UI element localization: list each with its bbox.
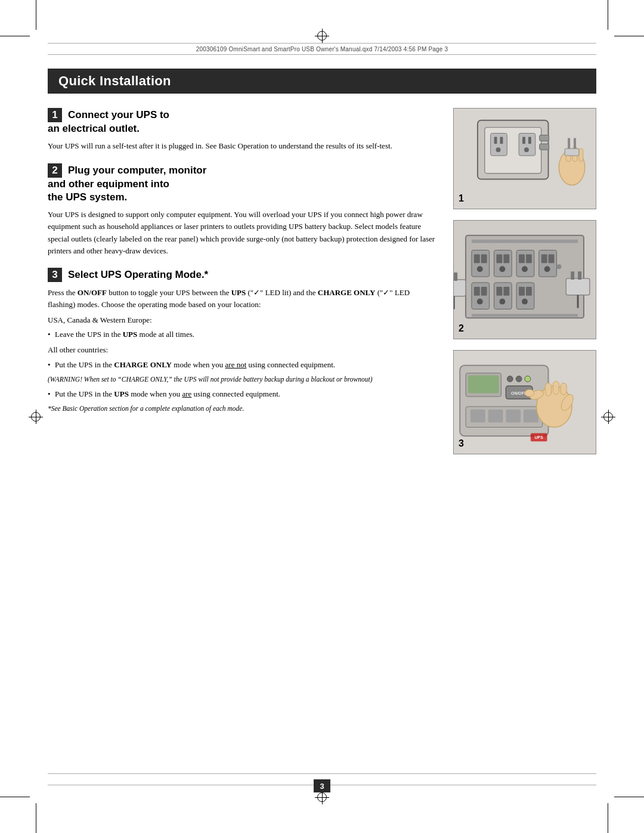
crop-mark <box>0 36 30 36</box>
crop-mark <box>608 0 608 30</box>
crop-mark <box>614 797 644 797</box>
svg-rect-24 <box>474 254 480 263</box>
ups-label: UPS <box>231 288 246 297</box>
other-bullet-item-2: Put the UPS in the UPS mode when you are… <box>48 388 436 400</box>
svg-rect-57 <box>566 278 590 295</box>
section1-body: Your UPS will run a self-test after it i… <box>48 140 436 152</box>
svg-rect-33 <box>526 254 532 263</box>
usa-bullet-item: Leave the UPS in the UPS mode at all tim… <box>48 329 436 340</box>
svg-rect-3 <box>491 134 507 156</box>
are-not-text: are not <box>225 360 247 369</box>
svg-rect-71 <box>470 410 485 423</box>
are-text: are <box>182 389 191 398</box>
page: 200306109 OmniSmart and SmartPro USB Own… <box>0 0 644 833</box>
left-column: 1 Connect your UPS to an electrical outl… <box>48 108 436 454</box>
crop-mark <box>614 36 644 36</box>
other-bullet-list-2: Put the UPS in the UPS mode when you are… <box>48 388 436 400</box>
charge-only-label: CHARGE ONLY <box>318 288 376 297</box>
svg-rect-80 <box>561 383 566 395</box>
main-content: Quick Installation 1 Connect your UPS to… <box>48 69 596 773</box>
svg-rect-78 <box>546 383 552 396</box>
other-bullet-item-1: Put the UPS in the CHARGE ONLY mode when… <box>48 359 436 371</box>
registration-mark-right <box>601 410 615 424</box>
section3-intro: Press the ON/OFF button to toggle your U… <box>48 287 436 311</box>
svg-rect-28 <box>496 254 502 263</box>
svg-rect-37 <box>549 254 555 263</box>
svg-rect-42 <box>481 287 487 296</box>
svg-rect-7 <box>519 134 535 156</box>
section3-body: Press the ON/OFF button to toggle your U… <box>48 287 436 414</box>
svg-point-66 <box>516 376 522 382</box>
illustration-2 <box>454 221 596 339</box>
image-label-1: 1 <box>459 193 464 204</box>
warning-text: (WARNING! When set to “CHARGE ONLY,” the… <box>48 374 436 385</box>
section2-title: Plug your computer, monitor and other eq… <box>48 164 206 203</box>
crop-mark <box>0 797 30 797</box>
svg-point-34 <box>522 266 528 272</box>
image-label-3: 3 <box>459 438 464 449</box>
svg-rect-9 <box>528 137 531 144</box>
ups-label-usa: UPS <box>123 330 138 339</box>
svg-point-51 <box>522 299 528 305</box>
image-box-2: 2 <box>453 220 596 339</box>
svg-text:UPS: UPS <box>535 435 544 439</box>
header-bar: 200306109 OmniSmart and SmartPro USB Own… <box>48 43 596 55</box>
svg-rect-19 <box>565 148 579 156</box>
svg-point-43 <box>477 299 483 305</box>
svg-rect-53 <box>454 280 466 296</box>
section2-body: Your UPS is designed to support only com… <box>48 209 436 257</box>
svg-rect-73 <box>506 410 521 423</box>
header-text: 200306109 OmniSmart and SmartPro USB Own… <box>196 46 448 52</box>
svg-rect-49 <box>519 287 525 296</box>
image-box-1: 1 <box>453 108 596 209</box>
svg-rect-72 <box>488 410 503 423</box>
image-label-2: 2 <box>459 323 464 334</box>
section2-number: 2 <box>48 163 62 178</box>
svg-point-39 <box>556 264 561 269</box>
section1-number: 1 <box>48 108 62 122</box>
illustration-3: ON/OFF <box>454 351 596 454</box>
section3-header: 3 Select UPS Operating Mode.* <box>48 268 436 282</box>
section3-title: Select UPS Operating Mode.* <box>68 269 208 280</box>
other-bullet-list: Put the UPS in the CHARGE ONLY mode when… <box>48 359 436 371</box>
svg-rect-74 <box>524 410 538 423</box>
svg-rect-11 <box>540 135 549 141</box>
svg-rect-17 <box>568 138 570 148</box>
svg-rect-27 <box>494 250 512 277</box>
svg-text:ON/OFF: ON/OFF <box>511 391 527 395</box>
usa-header: USA, Canada & Western Europe: <box>48 314 436 326</box>
svg-rect-36 <box>541 254 547 263</box>
svg-rect-64 <box>468 376 499 394</box>
svg-point-65 <box>507 376 513 382</box>
svg-point-30 <box>499 266 505 272</box>
svg-point-47 <box>499 299 505 305</box>
image-box-3: ON/OFF <box>453 350 596 454</box>
charge-only-label-2: CHARGE ONLY <box>114 360 172 369</box>
illustration-1 <box>454 109 596 209</box>
svg-rect-48 <box>516 283 534 309</box>
svg-point-67 <box>525 376 531 382</box>
other-header: All other countries: <box>48 344 436 356</box>
crop-mark <box>36 0 36 30</box>
svg-point-10 <box>524 147 529 152</box>
svg-point-38 <box>544 266 550 272</box>
svg-rect-25 <box>481 254 487 263</box>
svg-rect-46 <box>503 287 509 296</box>
footnote-text: *See Basic Operation section for a compl… <box>48 404 436 414</box>
svg-rect-58 <box>571 271 574 280</box>
registration-mark-left <box>29 410 43 424</box>
section2-header: 2 Plug your computer, monitor and other … <box>48 163 436 205</box>
svg-rect-22 <box>472 240 578 243</box>
page-number: 3 <box>314 779 330 792</box>
usa-bullet-list: Leave the UPS in the UPS mode at all tim… <box>48 329 436 340</box>
section3-number: 3 <box>48 268 62 282</box>
svg-rect-32 <box>519 254 525 263</box>
svg-point-6 <box>496 147 501 152</box>
svg-rect-23 <box>472 250 490 277</box>
svg-point-77 <box>525 389 534 397</box>
crop-mark <box>608 803 608 833</box>
svg-rect-50 <box>526 287 532 296</box>
svg-rect-29 <box>503 254 509 263</box>
section1-title: Connect your UPS to an electrical outlet… <box>48 109 169 134</box>
svg-rect-8 <box>522 137 525 144</box>
